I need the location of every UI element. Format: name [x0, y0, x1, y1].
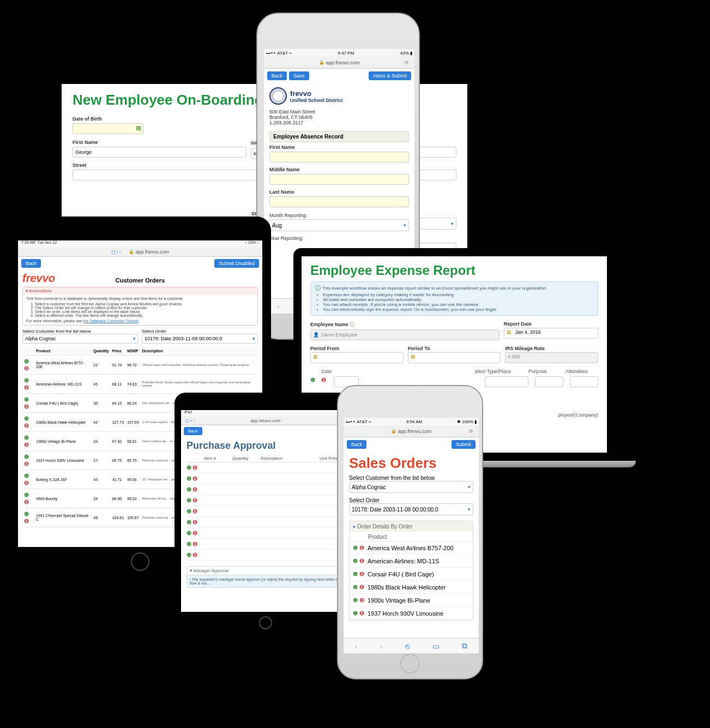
add-icon[interactable]: ⊕ — [353, 583, 358, 591]
add-icon[interactable]: ⊕ — [24, 453, 29, 460]
add-icon[interactable]: ⊕ — [353, 610, 358, 617]
home-button[interactable] — [259, 616, 272, 629]
remove-icon[interactable]: ⊖ — [192, 530, 197, 536]
back-button[interactable]: Back — [267, 71, 287, 80]
add-icon[interactable]: ⊕ — [24, 396, 29, 402]
back-icon[interactable]: ‹ — [355, 642, 358, 651]
add-icon[interactable]: ⊕ — [186, 464, 191, 471]
add-icon[interactable]: ⊕ — [24, 472, 29, 479]
home-button[interactable] — [400, 654, 420, 673]
col-date: Date — [310, 369, 343, 374]
add-icon[interactable]: ⊕ — [310, 376, 315, 387]
url-bar[interactable]: ◻ ‹ ›app.frevvo.com — [181, 417, 350, 425]
mgr-hdr[interactable]: ▾ Manager Approval — [187, 567, 344, 575]
fwd-icon[interactable]: › — [380, 642, 383, 651]
add-icon[interactable]: ⊕ — [24, 434, 29, 441]
remove-icon[interactable]: ⊖ — [24, 384, 29, 390]
add-icon[interactable]: ⊕ — [186, 540, 191, 547]
fn-input[interactable] — [269, 152, 409, 163]
remove-icon[interactable]: ⊖ — [192, 464, 197, 471]
fn-input[interactable] — [73, 147, 246, 158]
reload-icon[interactable]: ⟳ — [469, 429, 473, 434]
add-icon[interactable]: ⊕ — [353, 544, 358, 551]
remove-icon[interactable]: ⊖ — [321, 376, 326, 387]
remove-icon[interactable]: ⊖ — [359, 583, 364, 591]
add-icon[interactable]: ⊕ — [24, 491, 29, 498]
add-icon[interactable]: ⊕ — [186, 551, 191, 558]
remove-icon[interactable]: ⊖ — [359, 597, 364, 604]
col-product: Product — [350, 532, 473, 542]
url-bar[interactable]: ◻ ‹ ›🔒app.frevvo.com — [18, 247, 262, 257]
pf-input[interactable]: ▦ — [310, 352, 404, 363]
remove-icon[interactable]: ⊖ — [24, 403, 29, 410]
add-icon[interactable]: ⊕ — [353, 597, 358, 604]
reload-icon[interactable]: ⟳ — [405, 60, 409, 65]
info-icon: i — [315, 285, 321, 291]
add-icon[interactable]: ⊕ — [186, 508, 191, 514]
add-icon[interactable]: ⊕ — [24, 377, 29, 383]
add-icon[interactable]: ⊕ — [24, 358, 29, 364]
add-icon[interactable]: ⊕ — [186, 497, 191, 503]
add-icon[interactable]: ⊕ — [353, 570, 358, 577]
remove-icon[interactable]: ⊖ — [192, 519, 197, 525]
url-bar[interactable]: 🔒app.frevvo.com⟳ — [264, 57, 414, 69]
remove-icon[interactable]: ⊖ — [24, 460, 29, 467]
remove-icon[interactable]: ⊖ — [192, 508, 197, 514]
add-icon[interactable]: ⊕ — [353, 557, 358, 564]
so-select[interactable]: 10178: Date 2003-11-08 00:00:00.0▾ — [142, 334, 258, 344]
url-bar[interactable]: 🔒app.frevvo.com⟳ — [344, 425, 479, 437]
add-icon[interactable]: ⊕ — [186, 486, 191, 492]
remove-icon[interactable]: ⊖ — [192, 551, 197, 558]
home-button[interactable] — [131, 552, 149, 571]
add-icon[interactable]: ⊕ — [186, 475, 191, 482]
back-button[interactable]: Back — [347, 440, 366, 449]
tutorial-link[interactable]: the Database Connector Tutorial — [83, 319, 139, 323]
remove-icon[interactable]: ⊖ — [192, 497, 197, 503]
dob-input[interactable] — [73, 123, 143, 134]
remove-icon[interactable]: ⊖ — [24, 441, 29, 448]
pt-input[interactable]: ▦ — [408, 352, 501, 363]
calendar-icon[interactable]: ▦ — [136, 124, 141, 131]
attest-button[interactable]: Attest & Submit — [369, 71, 411, 80]
back-icon[interactable]: ‹ — [277, 302, 280, 311]
rd-input[interactable]: ▦Jan 4, 2016 — [504, 328, 598, 339]
remove-icon[interactable]: ⊖ — [24, 479, 29, 486]
sc-select[interactable]: Alpha Cognac▾ — [22, 334, 139, 344]
tabs-icon[interactable]: ⧉ — [462, 641, 467, 651]
section-hdr: Employee Absence Record — [269, 131, 409, 142]
so-select[interactable]: 10178: Date 2003-11-08 00:00:00.0▾ — [349, 503, 473, 515]
remove-icon[interactable]: ⊖ — [192, 475, 197, 482]
remove-icon[interactable]: ⊖ — [192, 540, 197, 547]
expense-info: iThis example workflow shows an expense … — [310, 281, 598, 316]
share-icon[interactable]: ⎋ — [405, 642, 410, 651]
sc-select[interactable]: Alpha Cognac▾ — [349, 481, 473, 493]
instr-hdr[interactable]: ▾ Instructions — [23, 287, 257, 294]
remove-icon[interactable]: ⊖ — [24, 365, 29, 371]
month-select[interactable]: Aug▾ — [269, 219, 409, 231]
ln-input[interactable] — [269, 196, 409, 207]
iphone-sales: •••∘∘ AT&T ⏦ 9:54 AM ✱ 100% ▮ 🔒app.frevv… — [337, 385, 483, 679]
submit-button[interactable]: Submit — [452, 440, 476, 449]
remove-icon[interactable]: ⊖ — [359, 610, 364, 617]
submit-button[interactable]: Submit Disabled — [214, 259, 259, 268]
add-icon[interactable]: ⊕ — [186, 530, 191, 536]
remove-icon[interactable]: ⊖ — [359, 557, 364, 564]
mn-input[interactable] — [269, 174, 409, 185]
remove-icon[interactable]: ⊖ — [24, 422, 29, 429]
remove-icon[interactable]: ⊖ — [359, 570, 364, 577]
remove-icon[interactable]: ⊖ — [24, 518, 29, 524]
remove-icon[interactable]: ⊖ — [192, 486, 197, 492]
list-item: ⊕ ⊖ 1937 Horch 930V Limousine — [350, 607, 473, 620]
back-button[interactable]: Back — [21, 259, 41, 268]
mn-label: Middle Name — [269, 167, 409, 172]
remove-icon[interactable]: ⊖ — [359, 544, 364, 551]
remove-icon[interactable]: ⊖ — [24, 498, 29, 505]
bookmarks-icon[interactable]: ▭ — [432, 642, 440, 651]
add-icon[interactable]: ⊕ — [24, 415, 29, 422]
en-label: Employee Name ⓘ — [310, 321, 500, 328]
back-button[interactable]: Back — [184, 427, 202, 435]
save-button[interactable]: Save — [289, 71, 309, 80]
detail-hdr[interactable]: ▾ Order Details By Order — [350, 521, 473, 532]
add-icon[interactable]: ⊕ — [24, 510, 29, 517]
add-icon[interactable]: ⊕ — [186, 519, 191, 525]
